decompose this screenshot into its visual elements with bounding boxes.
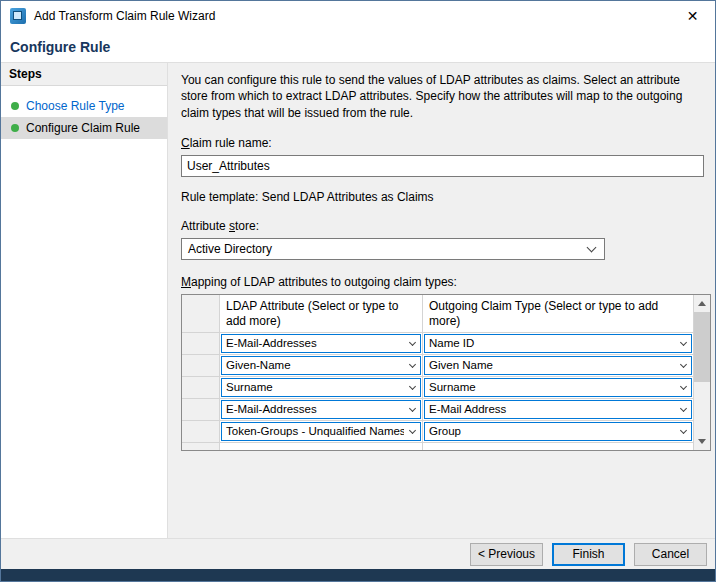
table-row: Given-Name Given Name <box>182 355 693 377</box>
column-header-ldap-attribute[interactable]: LDAP Attribute (Select or type to add mo… <box>220 295 423 333</box>
steps-header: Steps <box>1 63 167 86</box>
cancel-button[interactable]: Cancel <box>634 543 707 566</box>
row-selector[interactable] <box>182 399 220 421</box>
add-transform-claim-rule-wizard-window: Add Transform Claim Rule Wizard ✕ Config… <box>0 0 716 582</box>
scrollbar-track[interactable] <box>694 312 710 433</box>
table-row: E-Mail-Addresses E-Mail Address <box>182 399 693 421</box>
wizard-app-icon <box>10 8 26 24</box>
page-title: Configure Rule <box>10 39 110 55</box>
row-selector[interactable] <box>182 333 220 355</box>
chevron-down-icon[interactable] <box>404 423 420 440</box>
step-completed-dot-icon <box>11 124 19 132</box>
table-row: E-Mail-Addresses Name ID <box>182 333 693 355</box>
grid-corner-cell <box>182 295 220 333</box>
attribute-store-select[interactable]: Active Directory <box>181 238 605 260</box>
ldap-attribute-combobox[interactable]: Token-Groups - Unqualified Names <box>221 422 421 441</box>
ldap-attribute-combobox[interactable]: E-Mail-Addresses <box>221 334 421 353</box>
chevron-down-icon[interactable] <box>675 335 691 352</box>
close-icon: ✕ <box>687 8 699 24</box>
scrollbar-thumb[interactable] <box>694 312 710 382</box>
step-completed-dot-icon <box>11 102 19 110</box>
combo-value: E-Mail-Addresses <box>222 337 404 349</box>
sidebar-item-configure-claim-rule[interactable]: Configure Claim Rule <box>1 117 167 139</box>
combo-value: E-Mail-Addresses <box>222 403 404 415</box>
row-selector[interactable] <box>182 355 220 377</box>
steps-sidebar: Steps Choose Rule Type Configure Claim R… <box>1 63 168 538</box>
previous-button[interactable]: < Previous <box>470 543 543 566</box>
ldap-attribute-combobox[interactable]: Given-Name <box>221 356 421 375</box>
row-selector[interactable] <box>182 443 220 450</box>
bottom-strip <box>1 569 715 581</box>
outgoing-claim-combobox[interactable]: Given Name <box>424 356 692 375</box>
chevron-down-icon[interactable] <box>675 423 691 440</box>
chevron-down-icon[interactable] <box>675 357 691 374</box>
row-selector[interactable] <box>182 421 220 443</box>
table-row-empty <box>182 443 693 450</box>
scroll-down-icon[interactable] <box>694 433 710 450</box>
table-row: Surname Surname <box>182 377 693 399</box>
outgoing-claim-combobox[interactable]: Surname <box>424 378 692 397</box>
combo-value: Group <box>425 425 675 437</box>
claim-rule-name-label: Claim rule name: <box>181 136 702 150</box>
combo-value: Given-Name <box>222 359 404 371</box>
row-selector[interactable] <box>182 377 220 399</box>
mapping-grid: LDAP Attribute (Select or type to add mo… <box>181 294 711 451</box>
attribute-store-label: Attribute store: <box>181 219 702 233</box>
outgoing-claim-combobox[interactable]: Name ID <box>424 334 692 353</box>
combo-value: Token-Groups - Unqualified Names <box>222 425 404 437</box>
title-bar: Add Transform Claim Rule Wizard ✕ <box>1 1 715 31</box>
combo-value: Name ID <box>425 337 675 349</box>
chevron-down-icon[interactable] <box>404 401 420 418</box>
claim-rule-name-input[interactable] <box>181 155 704 177</box>
rule-template-text: Rule template: Send LDAP Attributes as C… <box>181 190 702 204</box>
attribute-store-value: Active Directory <box>188 242 272 256</box>
sidebar-item-choose-rule-type[interactable]: Choose Rule Type <box>1 95 167 117</box>
page-heading-row: Configure Rule <box>1 31 715 63</box>
main-content: You can configure this rule to send the … <box>168 63 715 538</box>
wizard-footer: < Previous Finish Cancel <box>1 538 715 569</box>
combo-value: Surname <box>425 381 675 393</box>
rule-description: You can configure this rule to send the … <box>181 72 702 121</box>
combo-value: Surname <box>222 381 404 393</box>
step-label: Choose Rule Type <box>26 99 125 113</box>
chevron-down-icon[interactable] <box>404 335 420 352</box>
wizard-body: Steps Choose Rule Type Configure Claim R… <box>1 63 715 538</box>
chevron-down-icon[interactable] <box>675 379 691 396</box>
grid-header-row: LDAP Attribute (Select or type to add mo… <box>182 295 693 333</box>
chevron-down-icon <box>582 239 600 259</box>
ldap-attribute-combobox[interactable]: E-Mail-Addresses <box>221 400 421 419</box>
mapping-label: Mapping of LDAP attributes to outgoing c… <box>181 275 702 289</box>
window-title: Add Transform Claim Rule Wizard <box>34 9 215 23</box>
chevron-down-icon[interactable] <box>404 379 420 396</box>
combo-value: Given Name <box>425 359 675 371</box>
table-row: Token-Groups - Unqualified Names Group <box>182 421 693 443</box>
chevron-down-icon[interactable] <box>404 357 420 374</box>
outgoing-claim-combobox[interactable]: Group <box>424 422 692 441</box>
outgoing-claim-combobox[interactable]: E-Mail Address <box>424 400 692 419</box>
grid-scrollbar[interactable] <box>693 295 710 450</box>
chevron-down-icon[interactable] <box>675 401 691 418</box>
combo-value: E-Mail Address <box>425 403 675 415</box>
scroll-up-icon[interactable] <box>694 295 710 312</box>
finish-button[interactable]: Finish <box>552 543 625 566</box>
step-label: Configure Claim Rule <box>26 121 140 135</box>
close-button[interactable]: ✕ <box>670 1 715 31</box>
ldap-attribute-combobox[interactable]: Surname <box>221 378 421 397</box>
column-header-outgoing-claim-type[interactable]: Outgoing Claim Type (Select or type to a… <box>423 295 693 333</box>
